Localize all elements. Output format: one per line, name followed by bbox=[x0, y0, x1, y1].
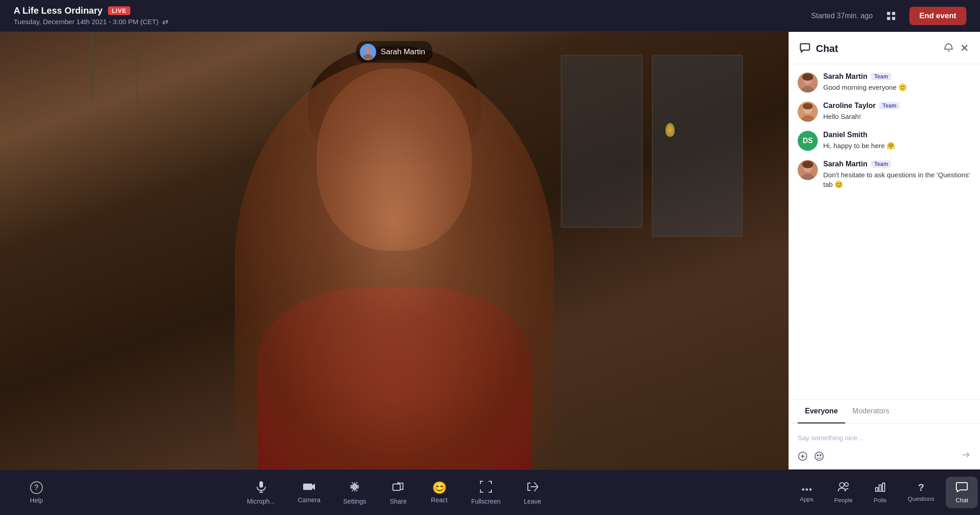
chat-messages: Sarah Martin Team Good morning everyone … bbox=[789, 64, 980, 399]
svg-rect-2 bbox=[887, 17, 890, 20]
share-button[interactable]: Share bbox=[380, 476, 417, 510]
apps-label: Apps bbox=[800, 496, 814, 503]
svg-marker-11 bbox=[312, 484, 315, 490]
fullscreen-icon bbox=[480, 480, 492, 495]
svg-point-39 bbox=[809, 489, 811, 491]
grid-icon[interactable] bbox=[882, 7, 900, 25]
msg-text-3: Hi, happy to be here 🤗 bbox=[823, 141, 971, 150]
svg-rect-0 bbox=[887, 12, 890, 15]
svg-point-34 bbox=[815, 452, 823, 460]
chat-title-group: Chat bbox=[799, 42, 838, 56]
video-background bbox=[0, 32, 789, 469]
shuffle-icon[interactable]: ⇄ bbox=[162, 17, 168, 26]
event-info: A Life Less Ordinary LIVE Tuesday, Decem… bbox=[14, 5, 168, 26]
svg-rect-13 bbox=[393, 484, 400, 490]
msg-sender-2: Caroline Taylor bbox=[823, 102, 876, 110]
msg-text-2: Hello Sarah! bbox=[823, 112, 971, 121]
msg-header-1: Sarah Martin Team bbox=[823, 72, 971, 81]
presenter-name: Sarah Martin bbox=[381, 47, 425, 57]
help-button[interactable]: ? Help bbox=[18, 477, 55, 509]
svg-point-5 bbox=[365, 47, 371, 53]
sarah-avatar-1 bbox=[798, 72, 818, 93]
react-label: React bbox=[431, 496, 448, 504]
svg-rect-3 bbox=[892, 17, 895, 20]
svg-point-30 bbox=[802, 161, 813, 168]
svg-point-35 bbox=[817, 454, 818, 455]
message-content-4: Sarah Martin Team Don't hesitate to ask … bbox=[823, 160, 971, 189]
chat-tabs: Everyone Moderators bbox=[789, 399, 980, 423]
people-icon bbox=[837, 481, 849, 494]
msg-text-4: Don't hesitate to ask questions in the '… bbox=[823, 170, 971, 189]
tab-everyone[interactable]: Everyone bbox=[798, 400, 845, 424]
chat-message: Caroline Taylor Team Hello Sarah! bbox=[798, 102, 971, 122]
msg-header-4: Sarah Martin Team bbox=[823, 160, 971, 168]
settings-button[interactable]: Settings bbox=[334, 476, 376, 510]
svg-point-41 bbox=[845, 483, 848, 486]
microphone-button[interactable]: Microph... bbox=[238, 476, 284, 510]
settings-icon bbox=[348, 480, 361, 495]
people-button[interactable]: People bbox=[827, 477, 860, 508]
chat-tab-label: Chat bbox=[956, 497, 968, 504]
help-label: Help bbox=[30, 497, 43, 504]
svg-rect-1 bbox=[892, 12, 895, 15]
leave-button[interactable]: Leave bbox=[514, 476, 551, 510]
svg-point-38 bbox=[805, 489, 808, 491]
team-badge-2: Team bbox=[879, 102, 899, 109]
message-content-2: Caroline Taylor Team Hello Sarah! bbox=[823, 102, 971, 121]
chat-message: DS Daniel Smith Hi, happy to be here 🤗 bbox=[798, 131, 971, 151]
leave-label: Leave bbox=[524, 498, 541, 505]
msg-text-1: Good morning everyone 🙂 bbox=[823, 82, 971, 92]
chat-input[interactable] bbox=[798, 431, 971, 444]
team-badge-1: Team bbox=[871, 73, 891, 80]
message-content-1: Sarah Martin Team Good morning everyone … bbox=[823, 72, 971, 92]
chat-header-actions bbox=[944, 43, 969, 55]
chat-message: Sarah Martin Team Don't hesitate to ask … bbox=[798, 160, 971, 189]
share-label: Share bbox=[390, 498, 407, 505]
chat-input-toolbar bbox=[798, 450, 971, 462]
end-event-button[interactable]: End event bbox=[909, 7, 966, 25]
notification-bell-icon[interactable] bbox=[944, 43, 954, 55]
fullscreen-button[interactable]: Fullscreen bbox=[462, 476, 510, 510]
send-button[interactable] bbox=[961, 450, 971, 462]
chat-tab-icon bbox=[956, 481, 968, 494]
chat-panel: Chat bbox=[789, 32, 980, 469]
microphone-label: Microph... bbox=[247, 498, 275, 505]
camera-icon bbox=[303, 482, 315, 494]
chat-title: Chat bbox=[816, 43, 838, 55]
people-label: People bbox=[834, 497, 852, 504]
svg-rect-10 bbox=[303, 484, 312, 490]
svg-point-36 bbox=[820, 454, 821, 455]
questions-icon: ? bbox=[918, 483, 924, 493]
right-bottom-toolbar: Apps People bbox=[789, 469, 980, 515]
tab-moderators[interactable]: Moderators bbox=[845, 400, 897, 424]
msg-header-3: Daniel Smith bbox=[823, 131, 971, 139]
fullscreen-label: Fullscreen bbox=[471, 498, 501, 505]
event-title-row: A Life Less Ordinary LIVE bbox=[14, 5, 168, 16]
svg-rect-44 bbox=[882, 483, 885, 491]
apps-button[interactable]: Apps bbox=[791, 478, 823, 507]
polls-button[interactable]: Polls bbox=[864, 477, 896, 508]
questions-label: Questions bbox=[908, 495, 934, 502]
questions-button[interactable]: ? Questions bbox=[900, 478, 942, 507]
leave-icon bbox=[526, 480, 539, 495]
svg-point-40 bbox=[840, 483, 844, 487]
react-button[interactable]: 😊 React bbox=[421, 477, 458, 508]
svg-rect-42 bbox=[876, 488, 878, 491]
toolbar-left: ? Help bbox=[18, 477, 55, 509]
chat-input-icons bbox=[798, 451, 824, 461]
event-title: A Life Less Ordinary bbox=[14, 5, 103, 16]
chat-message: Sarah Martin Team Good morning everyone … bbox=[798, 72, 971, 93]
camera-button[interactable]: Camera bbox=[289, 477, 330, 508]
chat-header: Chat bbox=[789, 32, 980, 64]
polls-label: Polls bbox=[874, 497, 887, 504]
msg-header-2: Caroline Taylor Team bbox=[823, 102, 971, 110]
add-attachment-button[interactable] bbox=[798, 451, 808, 461]
chat-tab-button[interactable]: Chat bbox=[946, 477, 978, 508]
event-date: Tuesday, December 14th 2021 - 3:00 PM (C… bbox=[14, 17, 168, 26]
svg-rect-7 bbox=[259, 481, 263, 488]
bottom-toolbar: ? Help Microph... bbox=[0, 469, 789, 515]
presenter-avatar bbox=[360, 44, 376, 60]
emoji-button[interactable] bbox=[814, 451, 824, 461]
camera-label: Camera bbox=[298, 496, 320, 504]
close-icon[interactable] bbox=[960, 43, 969, 55]
